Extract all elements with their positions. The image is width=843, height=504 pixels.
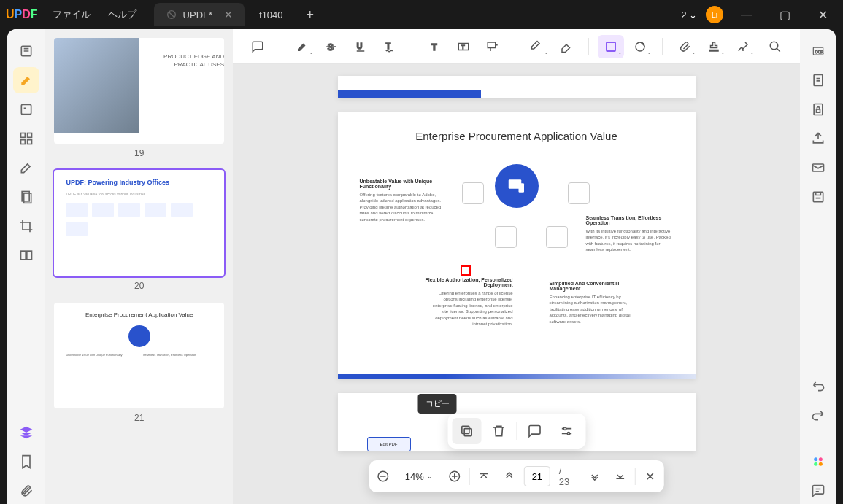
page-controls: 14%⌄ / 23 ✕ (369, 460, 663, 492)
svg-point-30 (567, 433, 569, 435)
close-controls-button[interactable]: ✕ (639, 465, 661, 488)
red-rectangle-annotation[interactable] (461, 265, 471, 276)
svg-line-1 (169, 12, 174, 18)
svg-text:T: T (386, 42, 391, 50)
layers-button[interactable] (13, 419, 39, 446)
search-button[interactable] (762, 35, 788, 58)
properties-button[interactable] (552, 418, 581, 444)
svg-rect-3 (22, 104, 31, 114)
copy-button[interactable] (452, 418, 481, 444)
svg-text:U: U (357, 42, 363, 50)
share-button[interactable] (805, 125, 831, 152)
organize-mode-button[interactable] (13, 125, 39, 152)
read-mode-button[interactable] (13, 38, 39, 64)
ai-button[interactable] (805, 449, 831, 475)
textbox-tool[interactable]: T (450, 35, 477, 58)
window-maximize-button[interactable]: ▢ (770, 3, 799, 26)
protect-button[interactable] (805, 96, 831, 123)
stamp-tool[interactable]: ⌄ (627, 35, 653, 58)
svg-rect-25 (464, 429, 471, 436)
tab-f1040[interactable]: f1040 (247, 4, 295, 26)
squiggly-tool[interactable]: T (377, 35, 403, 58)
svg-rect-7 (28, 140, 32, 144)
svg-point-43 (814, 457, 817, 461)
attach-tool[interactable]: ⌄ (671, 35, 698, 58)
attachment-button[interactable] (13, 478, 39, 504)
svg-rect-10 (21, 251, 26, 260)
text-tool[interactable]: T (421, 35, 447, 58)
annotation-toolbar: ⌄ S U T T T ⌄ ⌄ ⌄ ⌄ ⌄ ⌄ (233, 29, 800, 64)
thumbnail-19[interactable]: PRODUCT EDGE ANDPRACTICAL USES 19 (54, 38, 224, 158)
bookmark-button[interactable] (13, 449, 39, 475)
note-button[interactable] (520, 418, 549, 444)
highlighter-tool[interactable]: ⌄ (289, 35, 315, 58)
page-number-input[interactable] (524, 466, 550, 486)
pages-mode-button[interactable] (13, 184, 39, 210)
thumbnail-number: 20 (54, 281, 224, 291)
svg-rect-26 (461, 426, 469, 433)
callout-tool[interactable] (480, 35, 506, 58)
thumbnail-number: 21 (54, 413, 224, 423)
compare-mode-button[interactable] (13, 242, 39, 268)
svg-rect-40 (816, 109, 820, 112)
annotation-context-toolbar: コピー (447, 414, 585, 449)
svg-point-45 (814, 462, 817, 466)
svg-rect-24 (518, 183, 524, 193)
edit-mode-button[interactable] (13, 96, 39, 123)
page-total: / 23 (553, 465, 580, 487)
pencil-tool[interactable]: ⌄ (524, 35, 550, 58)
document-viewport[interactable]: Enterprise Procurement Application Value… (233, 64, 800, 504)
window-close-button[interactable]: ✕ (808, 3, 837, 26)
svg-point-44 (818, 457, 822, 461)
thumbnails-panel: PRODUCT EDGE ANDPRACTICAL USES 19 UPDF: … (45, 29, 233, 504)
thumbnail-21[interactable]: Enterprise Procurement Application Value… (54, 303, 224, 423)
svg-text:T: T (461, 44, 465, 50)
svg-rect-42 (813, 192, 823, 201)
app-logo: UPDF (6, 8, 38, 21)
page-title: Enterprise Procurement Application Value (360, 130, 674, 142)
menu-file[interactable]: ファイル (53, 8, 91, 21)
prev-page-button[interactable] (499, 465, 521, 488)
svg-rect-4 (21, 133, 26, 138)
tab-add-button[interactable]: + (298, 7, 323, 23)
svg-rect-5 (28, 133, 32, 138)
svg-rect-20 (488, 42, 496, 48)
save-button[interactable] (805, 184, 831, 210)
ocr-button[interactable]: OCR (805, 38, 831, 64)
zoom-out-button[interactable] (372, 465, 394, 488)
user-avatar[interactable]: Li (706, 6, 723, 23)
sign-tool[interactable]: ⌄ (730, 35, 756, 58)
underline-tool[interactable]: U (347, 35, 374, 58)
crop-mode-button[interactable] (13, 213, 39, 239)
svg-point-29 (563, 427, 566, 430)
thumbnail-20[interactable]: UPDF: Powering Industry Offices UPDF is … (54, 170, 224, 290)
zoom-in-button[interactable] (443, 465, 466, 488)
tab-updf[interactable]: UPDF* ✕ (154, 3, 245, 26)
strikethrough-tool[interactable]: S (318, 35, 344, 58)
first-page-button[interactable] (472, 465, 495, 488)
left-sidebar (7, 29, 45, 504)
stamp2-tool[interactable]: ⌄ (701, 35, 727, 58)
highlight-mode-button[interactable] (13, 67, 39, 93)
tooltip: コピー (418, 394, 457, 414)
chat-button[interactable] (805, 478, 831, 504)
paint-mode-button[interactable] (13, 155, 39, 181)
last-page-button[interactable] (609, 465, 631, 488)
tab-close-button[interactable]: ✕ (224, 9, 233, 20)
notification-count[interactable]: 2 ⌄ (681, 9, 697, 20)
next-page-button[interactable] (583, 465, 606, 488)
comment-tool[interactable] (245, 35, 271, 58)
svg-text:OCR: OCR (815, 50, 823, 54)
tab-label: UPDF* (183, 9, 212, 20)
export-button[interactable] (805, 67, 831, 93)
delete-button[interactable] (484, 418, 513, 444)
svg-rect-6 (21, 140, 26, 144)
email-button[interactable] (805, 155, 831, 181)
window-minimize-button[interactable]: — (732, 3, 761, 26)
zoom-level[interactable]: 14%⌄ (398, 471, 441, 482)
eraser-tool[interactable] (553, 35, 580, 58)
menu-help[interactable]: ヘルプ (108, 8, 136, 21)
shape-tool[interactable]: ⌄ (598, 35, 624, 58)
redo-button[interactable] (805, 402, 831, 428)
undo-button[interactable] (805, 373, 831, 399)
